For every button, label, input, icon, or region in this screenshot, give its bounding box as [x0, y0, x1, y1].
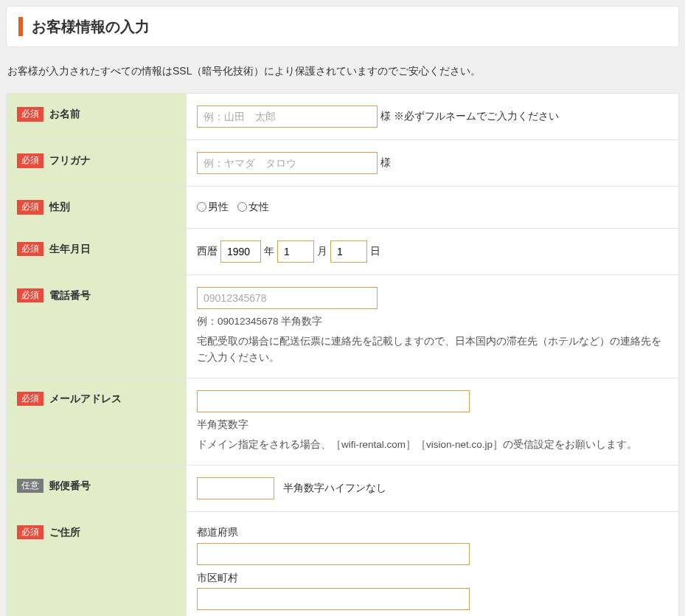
- field-label: 生年月日: [49, 242, 91, 256]
- value-cell: 半角数字ハイフンなし: [187, 465, 678, 511]
- birth-month-suffix: 月: [317, 243, 327, 260]
- required-badge: 必須: [17, 288, 44, 303]
- address-pref-input[interactable]: [197, 543, 470, 565]
- address-city-input[interactable]: [197, 588, 470, 610]
- email-input[interactable]: [197, 390, 470, 412]
- name-input[interactable]: [197, 105, 378, 128]
- birth-month-input[interactable]: [277, 240, 314, 263]
- label-cell: 必須 お名前: [7, 94, 187, 139]
- postal-input[interactable]: [197, 477, 274, 499]
- label-cell: 必須 ご住所: [7, 511, 187, 616]
- required-badge: 必須: [17, 525, 44, 540]
- gender-male-option[interactable]: 男性: [197, 198, 229, 216]
- form-wrapper: お客様情報の入力 お客様が入力されたすべての情報はSSL（暗号化技術）により保護…: [6, 6, 679, 616]
- label-cell: 必須 フリガナ: [7, 139, 187, 186]
- form-table: 必須 お名前 様 ※必ずフルネームでご入力ください 必須 フリガナ 様 必須: [6, 93, 679, 616]
- field-label: お名前: [49, 107, 80, 121]
- label-cell: 必須 生年月日: [7, 228, 187, 274]
- value-cell: 西暦 年 月 日: [187, 228, 678, 274]
- required-badge: 必須: [17, 107, 44, 122]
- value-cell: 様 ※必ずフルネームでご入力ください: [187, 94, 678, 139]
- field-label: ご住所: [49, 525, 80, 539]
- label-cell: 任意 郵便番号: [7, 465, 187, 511]
- field-label: 電話番号: [49, 288, 91, 302]
- header-card: お客様情報の入力: [6, 6, 679, 47]
- value-cell: 男性 女性: [187, 186, 678, 228]
- field-label: 郵便番号: [49, 479, 91, 493]
- gender-female-radio[interactable]: [237, 202, 247, 212]
- birth-year-input[interactable]: [220, 240, 261, 263]
- gender-male-label: 男性: [208, 198, 229, 216]
- value-cell: 半角英数字 ドメイン指定をされる場合、［wifi-rental.com］［vis…: [187, 378, 678, 465]
- field-label: 性別: [49, 200, 70, 214]
- furigana-suffix: 様: [380, 154, 391, 172]
- phone-input[interactable]: [197, 287, 378, 309]
- required-badge: 必須: [17, 392, 44, 406]
- row-furigana: 必須 フリガナ 様: [7, 139, 678, 186]
- phone-help2: 宅配受取の場合に配送伝票に連絡先を記載しますので、日本国内の滞在先（ホテルなど）…: [197, 333, 668, 365]
- required-badge: 必須: [17, 153, 44, 168]
- address-city-label: 市区町村: [197, 570, 668, 587]
- row-email: 必須 メールアドレス 半角英数字 ドメイン指定をされる場合、［wifi-rent…: [7, 378, 678, 465]
- email-help1: 半角英数字: [197, 417, 668, 433]
- row-gender: 必須 性別 男性 女性: [7, 186, 678, 228]
- gender-female-label: 女性: [248, 198, 269, 216]
- phone-help1: 例：09012345678 半角数字: [197, 314, 668, 330]
- optional-badge: 任意: [17, 479, 44, 494]
- gender-female-option[interactable]: 女性: [237, 198, 269, 216]
- label-cell: 必須 メールアドレス: [7, 378, 187, 465]
- birth-year-suffix: 年: [264, 243, 274, 260]
- name-suffix: 様 ※必ずフルネームでご入力ください: [380, 108, 559, 125]
- gender-male-radio[interactable]: [197, 202, 206, 212]
- email-help2: ドメイン指定をされる場合、［wifi-rental.com］［vision-ne…: [197, 437, 668, 453]
- row-phone: 必須 電話番号 例：09012345678 半角数字 宅配受取の場合に配送伝票に…: [7, 274, 678, 378]
- value-cell: 様: [187, 139, 678, 186]
- ssl-notice: お客様が入力されたすべての情報はSSL（暗号化技術）により保護されていますのでご…: [6, 47, 679, 93]
- value-cell: 例：09012345678 半角数字 宅配受取の場合に配送伝票に連絡先を記載しま…: [187, 274, 678, 378]
- row-birth: 必須 生年月日 西暦 年 月 日: [7, 228, 678, 274]
- field-label: フリガナ: [49, 153, 91, 167]
- row-address: 必須 ご住所 都道府県 市区町村: [7, 511, 678, 616]
- birth-day-input[interactable]: [330, 240, 367, 263]
- value-cell: 都道府県 市区町村: [187, 511, 678, 616]
- postal-suffix: 半角数字ハイフンなし: [283, 480, 386, 497]
- birth-day-suffix: 日: [370, 243, 380, 260]
- row-postal: 任意 郵便番号 半角数字ハイフンなし: [7, 465, 678, 511]
- page-title: お客様情報の入力: [18, 17, 667, 36]
- birth-prefix: 西暦: [197, 243, 218, 260]
- row-name: 必須 お名前 様 ※必ずフルネームでご入力ください: [7, 94, 678, 139]
- required-badge: 必須: [17, 242, 44, 257]
- furigana-input[interactable]: [197, 152, 378, 174]
- label-cell: 必須 性別: [7, 186, 187, 228]
- address-pref-label: 都道府県: [197, 524, 668, 541]
- field-label: メールアドレス: [49, 392, 122, 406]
- required-badge: 必須: [17, 200, 44, 215]
- label-cell: 必須 電話番号: [7, 274, 187, 378]
